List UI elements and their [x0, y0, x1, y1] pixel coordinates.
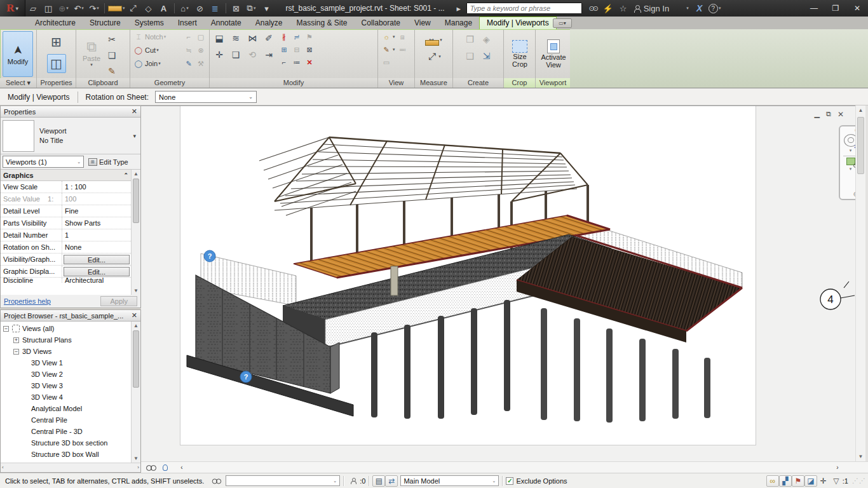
notch-button[interactable]: ⌶ Notch▾ ⌐ ▢	[133, 31, 207, 43]
join-geometry-button[interactable]: ◯ Join▾ ✎ ⚒	[133, 58, 207, 69]
scale-button[interactable]: ⊟	[291, 44, 302, 55]
panel-view-label[interactable]: View	[378, 78, 414, 88]
property-row[interactable]: Scale Value 1: 100	[1, 193, 131, 205]
section-button[interactable]: ⊘	[193, 1, 207, 15]
match-type-button[interactable]: ✎	[105, 64, 119, 78]
scroll-up-icon[interactable]: ▲	[132, 322, 140, 329]
override-graphics-button[interactable]: ✎	[381, 44, 392, 55]
modify-tool-button[interactable]: ➤ Modify	[3, 31, 33, 77]
panel-geometry-label[interactable]: Geometry	[130, 78, 209, 88]
select-pinned-toggle[interactable]: ⚑	[792, 475, 804, 487]
delete-button[interactable]: ✕	[304, 57, 315, 68]
property-row[interactable]: Parts Visibility Show Parts	[1, 217, 131, 229]
selection-filter-button[interactable]: ▽	[830, 475, 843, 487]
property-row[interactable]: Discipline Architectural	[1, 278, 131, 283]
ribbon-tab[interactable]: Manage	[438, 17, 479, 29]
wheel-menu-arrow-icon[interactable]: ▾	[850, 148, 852, 153]
properties-close-icon[interactable]: ✕	[132, 107, 137, 116]
select-underlay-toggle[interactable]: ▞	[779, 475, 792, 487]
paste-button[interactable]: ⧉ Paste▾	[79, 31, 104, 76]
property-row[interactable]: View Scale 1 : 100	[1, 181, 131, 193]
tree-item[interactable]: − 3D Views	[1, 346, 131, 357]
ribbon-tab[interactable]: Modify | Viewports	[479, 17, 557, 29]
scroll-left-icon[interactable]: ‹	[2, 464, 4, 470]
tree-item[interactable]: 3D View 3	[1, 380, 131, 391]
revit-app-menu-button[interactable]: R▾	[0, 0, 25, 17]
mirror-draw-axis-button[interactable]: ✐	[262, 31, 276, 45]
scroll-up-icon[interactable]: ▲	[132, 170, 140, 177]
property-value[interactable]: Show Parts	[62, 217, 131, 229]
aligned-dimension-button[interactable]: ⤢	[126, 1, 140, 15]
element-filter-select[interactable]: Viewports (1)⌄	[3, 156, 84, 168]
property-row[interactable]: Visibility/Graph... Edit...	[1, 254, 131, 266]
array-button[interactable]: ⊞	[278, 44, 290, 55]
create-parts-button[interactable]: ❒	[463, 32, 477, 46]
worksharing-display-icon[interactable]	[212, 478, 221, 483]
scroll-right-icon[interactable]: ›	[832, 464, 843, 471]
browser-scrollbar[interactable]: ▲ ▼	[131, 322, 140, 463]
tree-expander[interactable]: +	[13, 337, 19, 343]
vscroll-thumb[interactable]	[857, 117, 864, 174]
property-row[interactable]: Rotation on Sh... None	[1, 241, 131, 254]
panel-properties-label[interactable]: Properties	[37, 78, 76, 88]
search-button[interactable]: ⊙⊙	[586, 1, 600, 15]
create-similar-button[interactable]: ⇲	[480, 49, 494, 63]
guide-grid-button[interactable]: ≕	[397, 44, 409, 55]
measure-tool-button[interactable]: ▾	[425, 34, 442, 46]
type-selector-arrow-icon[interactable]: ▾	[133, 133, 136, 139]
exchange-apps-button[interactable]: X	[693, 1, 707, 15]
close-hidden-windows-button[interactable]: ⊠	[229, 1, 243, 15]
add-to-set-button[interactable]: ⇄	[385, 475, 398, 487]
scroll-right-icon[interactable]: ›	[137, 464, 139, 470]
default-3d-view-button[interactable]: ⌂▾	[178, 1, 192, 15]
help-badge-2[interactable]: ?	[240, 371, 252, 383]
ribbon-display-toggle-button[interactable]: ▭▾	[553, 18, 572, 28]
ribbon-tab[interactable]: Analyze	[248, 17, 290, 29]
ribbon-tab[interactable]: Insert	[171, 17, 204, 29]
sheet-viewport-3d-model[interactable]: ? ? 4	[141, 106, 855, 461]
panel-viewport-label[interactable]: Viewport	[536, 78, 570, 88]
paint-button[interactable]: ✎	[183, 58, 194, 69]
rotation-on-sheet-select[interactable]: None⌄	[155, 91, 257, 103]
properties-help-link[interactable]: Properties help	[4, 297, 51, 305]
editable-only-button[interactable]	[347, 475, 360, 487]
temporary-hide-isolate-icon[interactable]	[163, 464, 168, 471]
panel-modify-label[interactable]: Modify	[210, 78, 377, 88]
apply-button[interactable]: Apply	[100, 296, 137, 306]
hide-elements-button[interactable]: ☼	[381, 31, 392, 43]
tree-item[interactable]: Central Pile	[1, 414, 131, 426]
open-button[interactable]: ▱	[26, 1, 40, 15]
trim-corner-button[interactable]: ⌐	[278, 57, 290, 68]
align-button[interactable]: ⬓	[212, 31, 226, 45]
tree-expander[interactable]: −	[3, 326, 9, 332]
help-badge-1[interactable]: ?	[204, 250, 215, 262]
panel-clipboard-label[interactable]: Clipboard	[76, 78, 130, 88]
scroll-left-icon[interactable]: ‹	[177, 464, 187, 471]
undo-button[interactable]: ↶▾	[72, 1, 86, 15]
copy-tool-button[interactable]: ❏	[229, 48, 243, 62]
move-button[interactable]: ✛	[212, 48, 226, 62]
scroll-down-icon[interactable]: ▼	[856, 452, 865, 461]
wall-opening-button[interactable]: ▢	[195, 31, 207, 43]
design-options-button[interactable]: ▤	[372, 475, 385, 487]
project-browser-header[interactable]: Project Browser - rst_basic_sample_... ✕	[1, 310, 140, 322]
tree-item[interactable]: + Structural Plans	[1, 334, 131, 346]
customize-qat-button[interactable]: ▾	[260, 1, 274, 15]
property-value[interactable]: Architectural	[62, 278, 131, 283]
close-button[interactable]: ✕	[846, 0, 868, 17]
type-properties-button[interactable]: ⊞	[47, 32, 66, 51]
measure-button[interactable]: ▾	[108, 1, 125, 15]
panel-crop-label[interactable]: Crop	[504, 78, 535, 88]
properties-palette-button[interactable]: ◫	[47, 54, 66, 73]
tree-item[interactable]: Analytical Model	[1, 403, 131, 414]
text-button[interactable]: A	[157, 1, 171, 15]
ribbon-tab[interactable]: Structure	[83, 17, 128, 29]
size-crop-button[interactable]: Size Crop	[506, 31, 533, 77]
panel-select-label[interactable]: Select ▾	[0, 78, 36, 88]
offset-button[interactable]: ≋	[229, 31, 243, 45]
switch-windows-button[interactable]: ⧉▾	[245, 1, 259, 15]
view-restore-icon[interactable]: ⧉	[826, 110, 831, 119]
ribbon-tab[interactable]: View	[407, 17, 438, 29]
aligned-dim-tool-button[interactable]: ⤢▾	[426, 51, 441, 62]
property-value[interactable]: Edit...	[62, 254, 131, 265]
